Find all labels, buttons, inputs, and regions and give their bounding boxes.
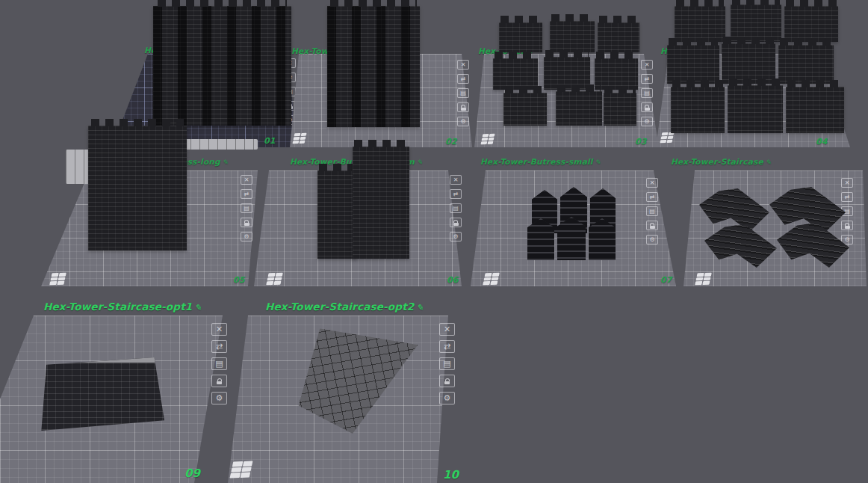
model-3d-object[interactable] [598, 22, 639, 52]
model-3d-object[interactable] [675, 6, 725, 42]
model-3d-object[interactable] [722, 43, 775, 84]
model-3d-object[interactable] [784, 6, 838, 42]
model-3d-object[interactable] [66, 150, 91, 184]
model-3d-object[interactable] [777, 223, 849, 268]
model-3d-object[interactable] [699, 188, 769, 232]
3d-viewport[interactable]: Hex-Tower✎ ✕⇄▤⚙ 01 Hex-Tower✎ ✕⇄▤⚙ 02 He… [0, 0, 868, 483]
model-3d-object[interactable] [503, 93, 547, 126]
model-3d-object[interactable] [88, 126, 187, 250]
model-3d-object[interactable] [671, 87, 725, 133]
model-3d-object[interactable] [327, 6, 420, 127]
models-layer [0, 0, 868, 483]
model-3d-object[interactable] [353, 147, 409, 259]
model-3d-object[interactable] [499, 22, 542, 52]
model-3d-object[interactable] [182, 139, 258, 150]
model-3d-object[interactable] [604, 93, 636, 126]
model-3d-object[interactable] [778, 45, 834, 84]
model-3d-object[interactable] [728, 85, 783, 133]
model-3d-object[interactable] [317, 170, 356, 259]
model-3d-object[interactable] [667, 45, 719, 84]
model-3d-object[interactable] [556, 91, 602, 126]
model-3d-object[interactable] [704, 224, 777, 268]
model-3d-object[interactable] [595, 58, 638, 90]
model-3d-object[interactable] [297, 327, 423, 436]
model-3d-object[interactable] [39, 357, 164, 431]
model-3d-object[interactable] [786, 87, 844, 133]
model-3d-object[interactable] [493, 58, 538, 90]
model-3d-object[interactable] [153, 6, 291, 126]
model-3d-object[interactable] [550, 21, 595, 52]
